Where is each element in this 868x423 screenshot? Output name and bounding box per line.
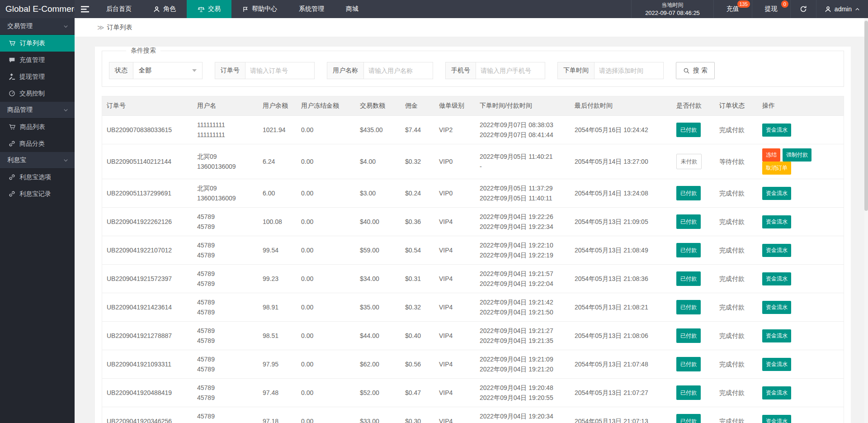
user-phone-line: 13600136009 (197, 193, 254, 203)
top-menu-item-交易[interactable]: 交易 (187, 0, 231, 18)
action-button-资金流水[interactable]: 资金流水 (762, 301, 791, 314)
phone-label: 手机号 (446, 62, 476, 79)
user-cell: 4578945789 (193, 350, 258, 379)
action-button-资金流水[interactable]: 资金流水 (762, 244, 791, 257)
order-pay-time-cell: 2022年09月04日 19:22:102022年09月04日 19:22:19 (475, 236, 570, 265)
table-row: UB2209041922107012457894578999.540.00$59… (102, 236, 844, 265)
gavel-icon (9, 73, 15, 80)
user-name-line: 45789 (197, 269, 254, 279)
actions-cell: 资金流水 (758, 350, 844, 379)
paid-status-badge: 已付款 (676, 414, 701, 423)
action-button-资金流水[interactable]: 资金流水 (762, 187, 791, 200)
action-button-资金流水[interactable]: 资金流水 (762, 386, 791, 399)
actions-cell: 资金流水 (758, 407, 844, 423)
action-button-冻结[interactable]: 冻结 (762, 148, 780, 162)
balance-cell: 6.24 (258, 144, 297, 179)
user-phone-line: 45789 (197, 421, 254, 423)
action-button-取消订单[interactable]: 取消订单 (762, 162, 791, 175)
status-select[interactable]: 全部 (133, 62, 202, 79)
level-cell: VIP2 (434, 116, 475, 144)
sidebar-item-交易控制[interactable]: 交易控制 (0, 85, 75, 102)
order-time-line: 2022年09月04日 19:21:27 (480, 326, 566, 336)
order-time-label: 下单时间 (558, 62, 594, 79)
refresh-button[interactable] (790, 0, 816, 18)
level-cell: VIP4 (434, 208, 475, 236)
table-row: UB2209041920488419457894578997.480.00$52… (102, 379, 844, 407)
table-row: UB2209041921093311457894578997.950.00$62… (102, 350, 844, 379)
balance-cell: 99.54 (258, 236, 297, 265)
withdraw-link[interactable]: 提现 0 (752, 0, 790, 18)
actions-cell: 冻结强制付款取消订单 (758, 144, 844, 179)
commission-cell: $0.47 (401, 379, 434, 407)
actions-cell: 资金流水 (758, 379, 844, 407)
sidebar-group-交易管理[interactable]: 交易管理 (0, 18, 75, 35)
action-button-资金流水[interactable]: 资金流水 (762, 124, 791, 137)
frozen-cell: 0.00 (297, 144, 355, 179)
action-button-资金流水[interactable]: 资金流水 (762, 272, 791, 285)
paid-cell: 已付款 (672, 116, 715, 144)
user-name-line: 111111111 (197, 120, 254, 130)
last-pay-time-cell: 2054年05月13日 21:08:49 (570, 236, 672, 265)
last-pay-time-cell: 2054年05月13日 21:07:13 (570, 407, 672, 423)
sidebar-item-利息宝记录[interactable]: 利息宝记录 (0, 185, 75, 202)
sidebar-toggle-button[interactable] (75, 0, 95, 18)
order-pay-time-cell: 2022年09月04日 19:21:572022年09月04日 19:22:04 (475, 265, 570, 293)
balance-cell: 97.48 (258, 379, 297, 407)
sidebar-item-订单列表[interactable]: 订单列表 (0, 35, 75, 52)
user-name-line: 45789 (197, 297, 254, 307)
order-no-cell: UB2209041921278887 (102, 322, 193, 350)
order-pay-time-cell: 2022年09月04日 19:20:342022年09月04日 19:20:41 (475, 407, 570, 423)
user-cell: 4578945789 (193, 293, 258, 322)
action-button-资金流水[interactable]: 资金流水 (762, 415, 791, 423)
sidebar-group-利息宝[interactable]: 利息宝 (0, 152, 75, 169)
top-menu-item-角色[interactable]: 角色 (142, 0, 187, 18)
pay-time-line: 2022年09月04日 19:21:20 (480, 364, 566, 374)
top-menu-item-系统管理[interactable]: 系统管理 (288, 0, 335, 18)
user-phone-line: 13600136009 (197, 162, 254, 171)
pay-time-line: 2022年09月04日 19:22:34 (480, 222, 566, 232)
sidebar-item-利息宝选项[interactable]: 利息宝选项 (0, 169, 75, 185)
balance-cell: 97.18 (258, 407, 297, 423)
status-filter-label: 状态 (109, 62, 133, 79)
order-no-input[interactable] (245, 62, 314, 79)
order-no-cell: UB2209051140212144 (102, 144, 193, 179)
local-time-label: 当地时间 (662, 1, 684, 9)
action-button-资金流水[interactable]: 资金流水 (762, 329, 791, 342)
table-row: UB2209041921572397457894578999.230.00$34… (102, 265, 844, 293)
top-menu-item-商城[interactable]: 商城 (335, 0, 369, 18)
column-header-最后付款时间: 最后付款时间 (570, 96, 672, 116)
vertical-scrollbar[interactable] (864, 18, 868, 423)
frozen-cell: 0.00 (297, 265, 355, 293)
order-no-cell: UB2209041921093311 (102, 350, 193, 379)
sidebar-item-label: 利息宝选项 (19, 173, 51, 181)
sidebar-item-充值管理[interactable]: 充值管理 (0, 52, 75, 68)
cart-icon (9, 124, 16, 130)
search-button[interactable]: 搜 索 (676, 62, 715, 79)
scrollbar-thumb[interactable] (864, 21, 868, 211)
sidebar-item-提现管理[interactable]: 提现管理 (0, 68, 75, 85)
balance-cell: 98.91 (258, 293, 297, 322)
order-no-cell: UB2209070838033615 (102, 116, 193, 144)
order-pay-time-cell: 2022年09月04日 19:22:262022年09月04日 19:22:34 (475, 208, 570, 236)
top-menu-item-后台首页[interactable]: 后台首页 (95, 0, 142, 18)
user-cell: 北冥0913600136009 (193, 179, 258, 208)
action-button-强制付款[interactable]: 强制付款 (783, 148, 811, 162)
sidebar-item-商品列表[interactable]: 商品列表 (0, 119, 75, 135)
user-menu[interactable]: admin (816, 0, 868, 18)
recharge-link[interactable]: 充值 135 (713, 0, 752, 18)
frozen-cell: 0.00 (297, 179, 355, 208)
breadcrumb-caret-icon: ≫ (97, 24, 103, 32)
recharge-count-badge: 135 (737, 0, 750, 8)
top-navbar: Global E-Commerce... 后台首页角色交易帮助中心系统管理商城 … (0, 0, 868, 18)
username-input[interactable] (364, 62, 433, 79)
sidebar-item-商品分类[interactable]: 商品分类 (0, 135, 75, 152)
action-button-资金流水[interactable]: 资金流水 (762, 215, 791, 228)
action-button-资金流水[interactable]: 资金流水 (762, 358, 791, 371)
user-name-line: 北冥09 (197, 152, 254, 162)
sidebar-group-商品管理[interactable]: 商品管理 (0, 102, 75, 119)
top-menu-item-帮助中心[interactable]: 帮助中心 (231, 0, 288, 18)
order-time-input[interactable] (594, 62, 663, 79)
phone-input[interactable] (476, 62, 545, 79)
chevron-down-icon (63, 24, 68, 29)
chevron-down-icon (192, 69, 197, 72)
